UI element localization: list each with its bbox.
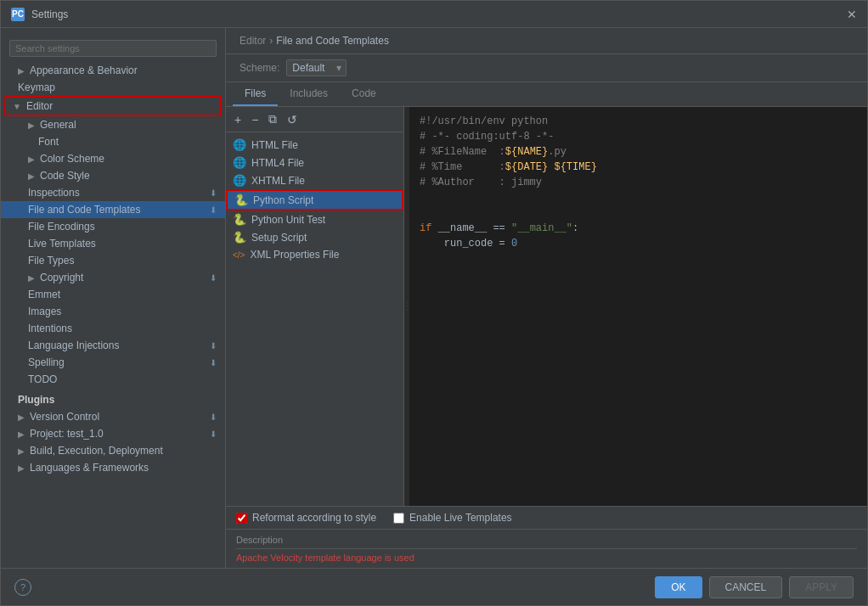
sidebar-item-project[interactable]: ▶ Project: test_1.0 ⬇ (1, 425, 225, 442)
tab-includes[interactable]: Includes (278, 82, 340, 106)
xml-icon: </> (233, 250, 245, 260)
sidebar-item-label: File and Code Templates (28, 204, 141, 216)
expand-icon: ▶ (18, 412, 25, 422)
code-line: # -*- coding:utf-8 -*- (420, 129, 857, 144)
sidebar-item-spelling[interactable]: Spelling ⬇ (1, 354, 225, 371)
sidebar-item-todo[interactable]: TODO (1, 371, 225, 388)
sidebar-item-label: Copyright (40, 272, 83, 283)
sidebar-item-file-encodings[interactable]: File Encodings (1, 218, 225, 235)
sidebar-item-label: Appearance & Behavior (30, 65, 138, 76)
sidebar-item-emmet[interactable]: Emmet (1, 286, 225, 303)
sidebar-item-label: Live Templates (28, 238, 96, 250)
html-icon: 🌐 (233, 138, 246, 151)
tab-code[interactable]: Code (340, 82, 388, 106)
file-name: XHTML File (251, 175, 305, 187)
file-name: HTML4 File (251, 157, 304, 169)
download-icon: ⬇ (210, 429, 217, 439)
editor-group-border: ▼ Editor (4, 96, 222, 116)
dialog-body: ▶ Appearance & Behavior Keymap ▼ Editor … (1, 28, 867, 568)
sidebar-item-plugins[interactable]: Plugins (1, 391, 225, 408)
file-list: 🌐 HTML File 🌐 HTML4 File 🌐 XHTML File (226, 132, 403, 506)
expand-icon: ▶ (28, 121, 35, 130)
tab-files[interactable]: Files (233, 82, 278, 106)
copy-button[interactable]: ⧉ (265, 110, 280, 128)
sidebar-item-general[interactable]: ▶ General (1, 116, 225, 133)
expand-icon: ▶ (28, 154, 35, 164)
sidebar-item-label: Intentions (28, 323, 72, 334)
live-templates-label: Enable Live Templates (409, 512, 512, 524)
sidebar-item-code-style[interactable]: ▶ Code Style (1, 167, 225, 184)
sidebar-item-label: Version Control (30, 411, 99, 423)
code-editor[interactable]: #!/usr/bin/env python # -*- coding:utf-8… (409, 107, 867, 506)
live-templates-checkbox-wrap[interactable]: Enable Live Templates (393, 512, 512, 524)
sidebar: ▶ Appearance & Behavior Keymap ▼ Editor … (1, 28, 226, 568)
help-button[interactable]: ? (14, 579, 31, 596)
breadcrumb-separator: › (269, 35, 273, 47)
sidebar-item-copyright[interactable]: ▶ Copyright ⬇ (1, 269, 225, 286)
expand-icon: ▶ (18, 446, 25, 456)
sidebar-item-build[interactable]: ▶ Build, Execution, Deployment (1, 442, 225, 459)
sidebar-item-version-control[interactable]: ▶ Version Control ⬇ (1, 408, 225, 425)
sidebar-item-keymap[interactable]: Keymap (1, 79, 225, 96)
sidebar-item-lang-inject[interactable]: Language Injections ⬇ (1, 337, 225, 354)
description-text: Apache Velocity template language is use… (236, 548, 857, 563)
file-item-python-unit[interactable]: 🐍 Python Unit Test (226, 210, 403, 228)
sidebar-item-languages[interactable]: ▶ Languages & Frameworks (1, 459, 225, 476)
sidebar-item-label: Images (28, 306, 61, 317)
search-input[interactable] (9, 40, 217, 57)
file-item-python[interactable]: 🐍 Python Script (226, 189, 403, 210)
cancel-button[interactable]: CANCEL (709, 576, 783, 598)
tabs-bar: Files Includes Code (226, 82, 867, 107)
sidebar-item-label: Color Scheme (40, 153, 104, 165)
sidebar-item-intentions[interactable]: Intentions (1, 320, 225, 337)
sidebar-item-label: Emmet (28, 289, 60, 300)
file-item-xml[interactable]: </> XML Properties File (226, 246, 403, 263)
close-button[interactable]: ✕ (847, 8, 857, 21)
file-item-html[interactable]: 🌐 HTML File (226, 136, 403, 154)
expand-icon: ▶ (18, 463, 25, 473)
options-bar: Reformat according to style Enable Live … (226, 506, 867, 529)
sidebar-item-color-scheme[interactable]: ▶ Color Scheme (1, 150, 225, 167)
ok-button[interactable]: OK (655, 576, 702, 598)
file-list-toolbar: + − ⧉ ↺ (226, 107, 403, 132)
sidebar-item-live-templates[interactable]: Live Templates (1, 235, 225, 252)
footer-left: ? (14, 579, 31, 596)
apply-button[interactable]: APPLY (789, 576, 854, 598)
content-area: + − ⧉ ↺ 🌐 HTML File 🌐 HTML4 File (226, 107, 867, 506)
sidebar-item-label: Build, Execution, Deployment (30, 445, 163, 457)
settings-dialog: PC Settings ✕ ▶ Appearance & Behavior Ke… (0, 0, 868, 606)
sidebar-item-appearance[interactable]: ▶ Appearance & Behavior (1, 62, 225, 79)
file-name: Python Script (253, 194, 313, 206)
sidebar-item-file-types[interactable]: File Types (1, 252, 225, 269)
add-button[interactable]: + (231, 111, 245, 128)
description-section: Description Apache Velocity template lan… (226, 529, 867, 568)
file-name: XML Properties File (250, 249, 339, 261)
sidebar-item-editor[interactable]: ▼ Editor (6, 98, 220, 115)
expand-icon: ▶ (18, 66, 25, 76)
remove-button[interactable]: − (248, 111, 262, 128)
file-item-html4[interactable]: 🌐 HTML4 File (226, 154, 403, 171)
live-templates-checkbox[interactable] (393, 513, 404, 524)
sidebar-item-label: Project: test_1.0 (30, 428, 104, 440)
sidebar-item-font[interactable]: Font (1, 133, 225, 150)
sidebar-item-images[interactable]: Images (1, 303, 225, 320)
sidebar-search-container (1, 35, 225, 62)
file-item-setup[interactable]: 🐍 Setup Script (226, 228, 403, 246)
sidebar-item-label: File Encodings (28, 221, 95, 233)
download-icon: ⬇ (210, 341, 217, 351)
sidebar-item-label: Font (38, 136, 59, 148)
sidebar-item-file-and-code[interactable]: File and Code Templates ⬇ (1, 201, 225, 218)
file-item-xhtml[interactable]: 🌐 XHTML File (226, 171, 403, 189)
sidebar-item-label: General (40, 119, 76, 131)
download-icon: ⬇ (210, 358, 217, 368)
reformat-label: Reformat according to style (252, 512, 376, 524)
sidebar-item-inspections[interactable]: Inspections ⬇ (1, 184, 225, 201)
sidebar-item-label: Keymap (18, 81, 55, 93)
download-icon: ⬇ (210, 188, 217, 198)
scheme-label: Scheme: (240, 62, 279, 74)
sidebar-item-label: Editor (26, 100, 53, 112)
reset-button[interactable]: ↺ (284, 111, 301, 128)
reformat-checkbox[interactable] (236, 513, 247, 524)
reformat-checkbox-wrap[interactable]: Reformat according to style (236, 512, 376, 524)
scheme-select[interactable]: Default Project (286, 59, 347, 76)
